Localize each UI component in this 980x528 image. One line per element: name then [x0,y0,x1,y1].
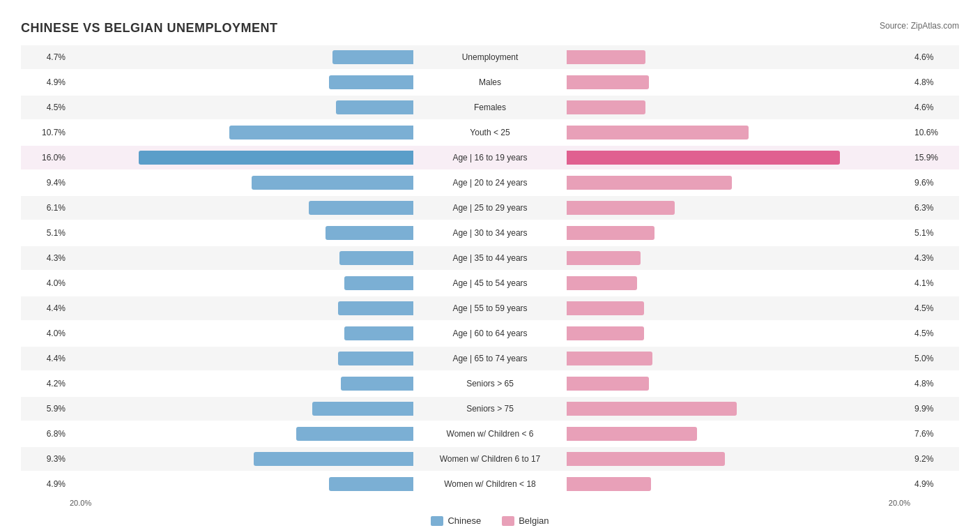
legend-chinese: Chinese [431,515,481,526]
right-bar-container [567,477,910,491]
row-label: Women w/ Children < 6 [413,429,567,439]
row-label: Age | 45 to 54 years [413,278,567,288]
right-bar-container [567,226,910,240]
row-label: Age | 30 to 34 years [413,228,567,238]
left-bar [139,151,413,165]
right-value: 7.6% [910,429,959,439]
axis-left-label: 20.0% [70,499,91,507]
left-bar-container [70,402,413,416]
right-bar-container [567,326,910,340]
right-value: 4.1% [910,278,959,288]
right-bar [567,151,840,165]
left-value: 4.0% [21,329,70,338]
right-bar-container [567,126,910,139]
axis-right-label: 20.0% [889,499,910,507]
left-value: 6.8% [21,429,70,439]
legend-chinese-label: Chinese [447,515,481,526]
right-value: 4.5% [910,329,959,338]
table-row: 4.0% Age | 60 to 64 years 4.5% [21,322,959,345]
right-bar-container [567,452,910,466]
row-label: Males [413,77,567,87]
right-value: 9.6% [910,178,959,188]
table-row: 4.9% Males 4.8% [21,70,959,94]
row-label: Seniors > 65 [413,379,567,389]
table-row: 4.3% Age | 35 to 44 years 4.3% [21,246,959,270]
left-bar [336,100,413,114]
left-value: 9.4% [21,178,70,188]
left-bar [338,301,413,315]
right-bar [567,201,675,215]
left-value: 9.3% [21,454,70,464]
right-bar-container [567,352,910,365]
right-value: 9.9% [910,404,959,414]
left-bar-container [70,377,413,391]
right-value: 9.2% [910,454,959,464]
table-row: 4.9% Women w/ Children < 18 4.9% [21,472,959,496]
row-label: Age | 16 to 19 years [413,153,567,163]
right-bar-container [567,50,910,64]
right-bar-container [567,377,910,391]
legend-belgian-box [502,516,514,526]
left-value: 5.1% [21,228,70,238]
left-bar-container [70,126,413,139]
right-value: 15.9% [910,153,959,163]
table-row: 4.2% Seniors > 65 4.8% [21,372,959,395]
left-bar [309,201,413,215]
right-value: 4.6% [910,52,959,62]
left-bar-container [70,151,413,165]
table-row: 5.1% Age | 30 to 34 years 5.1% [21,221,959,245]
chart-legend: Chinese Belgian [21,515,959,526]
left-value: 4.0% [21,278,70,288]
left-value: 4.4% [21,354,70,363]
left-value: 16.0% [21,153,70,163]
right-value: 4.8% [910,77,959,87]
right-bar [567,301,644,315]
row-label: Age | 55 to 59 years [413,303,567,313]
left-bar [344,276,413,290]
left-bar-container [70,50,413,64]
chart-body: 4.7% Unemployment 4.6% 4.9% Males [21,45,959,496]
right-bar [567,427,697,441]
table-row: 4.0% Age | 45 to 54 years 4.1% [21,271,959,295]
left-value: 4.9% [21,77,70,87]
left-value: 4.4% [21,303,70,313]
axis-labels: 20.0% 20.0% [21,499,959,507]
left-bar [296,427,413,441]
right-bar [567,126,749,139]
right-bar [567,75,649,89]
right-bar [567,352,652,365]
right-bar-container [567,276,910,290]
left-value: 4.7% [21,52,70,62]
row-label: Women w/ Children 6 to 17 [413,454,567,464]
right-value: 4.9% [910,479,959,489]
right-bar-container [567,100,910,114]
row-label: Females [413,103,567,112]
left-value: 4.2% [21,379,70,389]
left-bar-container [70,352,413,365]
left-bar-container [70,100,413,114]
left-bar [254,452,413,466]
right-value: 4.5% [910,303,959,313]
left-value: 10.7% [21,128,70,137]
table-row: 6.1% Age | 25 to 29 years 6.3% [21,196,959,220]
chart-header: CHINESE VS BELGIAN UNEMPLOYMENT Source: … [21,21,959,36]
right-value: 4.8% [910,379,959,389]
right-bar [567,50,645,64]
right-bar [567,326,644,340]
right-bar [567,377,649,391]
left-bar [338,352,413,365]
table-row: 4.7% Unemployment 4.6% [21,45,959,69]
row-label: Age | 25 to 29 years [413,203,567,213]
right-bar [567,477,651,491]
row-label: Age | 60 to 64 years [413,329,567,338]
legend-chinese-box [431,516,443,526]
right-bar-container [567,251,910,265]
table-row: 16.0% Age | 16 to 19 years 15.9% [21,146,959,169]
table-row: 4.5% Females 4.6% [21,96,959,119]
right-value: 5.0% [910,354,959,363]
left-bar [229,126,413,139]
right-value: 10.6% [910,128,959,137]
row-label: Seniors > 75 [413,404,567,414]
right-value: 4.3% [910,253,959,263]
right-value: 5.1% [910,228,959,238]
